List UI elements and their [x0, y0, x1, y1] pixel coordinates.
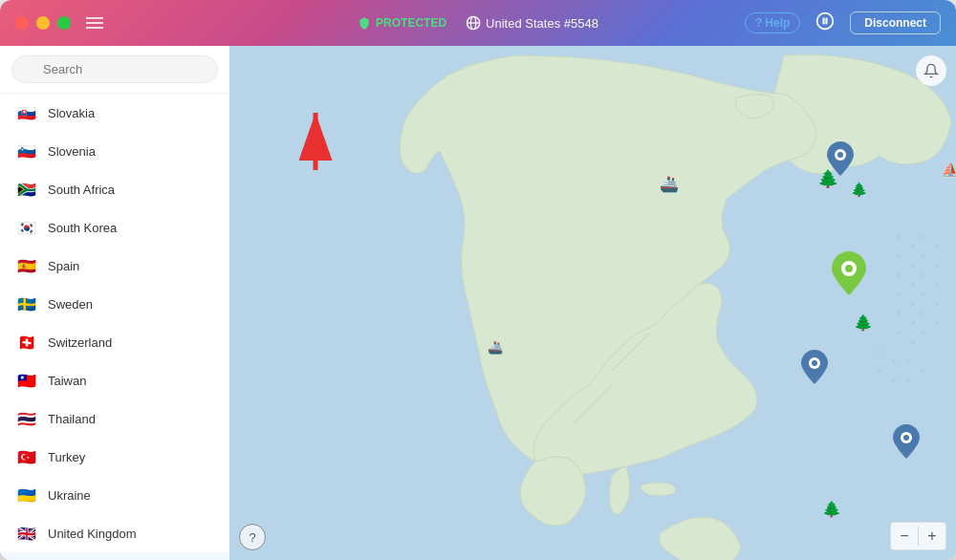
country-item-spain[interactable]: 🇪🇸 Spain — [0, 247, 229, 285]
svg-point-20 — [911, 340, 915, 344]
tree-icon-3: 🌲 — [854, 313, 873, 332]
zoom-plus-icon: + — [927, 528, 936, 545]
help-question-button[interactable]: ? — [239, 524, 266, 550]
disconnect-button[interactable]: Disconnect — [850, 11, 941, 34]
svg-point-13 — [897, 273, 901, 277]
svg-point-14 — [911, 283, 915, 287]
flag-11: 🇬🇧 — [15, 522, 38, 545]
flag-10: 🇺🇦 — [15, 484, 38, 506]
shield-icon — [358, 16, 371, 30]
svg-point-33 — [892, 359, 896, 363]
question-icon: ? — [249, 530, 255, 545]
sidebar: 🔍 🇸🇰 Slovakia 🇸🇮 Slovenia 🇿🇦 South Afric… — [0, 46, 229, 560]
svg-point-35 — [892, 378, 896, 382]
country-name-4: Spain — [48, 259, 79, 273]
country-name-5: Sweden — [48, 297, 93, 312]
country-item-south-africa[interactable]: 🇿🇦 South Africa — [0, 170, 229, 208]
country-item-slovenia[interactable]: 🇸🇮 Slovenia — [0, 132, 229, 170]
flag-2: 🇿🇦 — [15, 178, 38, 201]
server-name: United States #5548 — [466, 15, 598, 31]
svg-point-34 — [878, 369, 881, 373]
country-item-south-korea[interactable]: 🇰🇷 South Korea — [0, 208, 229, 247]
svg-point-11 — [897, 254, 901, 258]
flag-9: 🇹🇷 — [15, 445, 38, 468]
svg-point-44 — [903, 435, 909, 441]
country-name-8: Thailand — [48, 412, 96, 426]
country-item-slovakia[interactable]: 🇸🇰 Slovakia — [0, 94, 229, 132]
svg-point-17 — [897, 312, 901, 315]
country-item-switzerland[interactable]: 🇨🇭 Switzerland — [0, 323, 229, 361]
svg-point-12 — [911, 264, 915, 268]
svg-point-22 — [935, 245, 939, 248]
zoom-controls: − + — [890, 522, 946, 550]
tree-icon-1: 🌲 — [817, 168, 839, 189]
search-input[interactable] — [11, 55, 218, 83]
disconnect-label: Disconnect — [864, 16, 926, 30]
help-label: Help — [765, 16, 790, 30]
close-button[interactable] — [15, 16, 29, 30]
svg-point-3 — [817, 13, 834, 30]
app-window: PROTECTED United States #5548 ? Help — [0, 0, 956, 560]
svg-point-9 — [897, 235, 901, 239]
notification-bell[interactable] — [916, 55, 946, 86]
country-item-sweden[interactable]: 🇸🇪 Sweden — [0, 285, 229, 323]
svg-point-48 — [845, 265, 853, 272]
maximize-button[interactable] — [57, 16, 71, 30]
svg-point-37 — [921, 369, 924, 373]
svg-point-15 — [897, 292, 901, 296]
country-name-7: Taiwan — [48, 374, 86, 388]
search-wrapper: 🔍 — [11, 55, 218, 83]
svg-point-28 — [935, 302, 939, 306]
flag-1: 🇸🇮 — [15, 140, 38, 162]
search-container: 🔍 — [0, 46, 229, 94]
title-bar-center: PROTECTED United States #5548 — [358, 15, 598, 31]
svg-point-16 — [911, 302, 915, 306]
svg-point-25 — [921, 273, 924, 277]
country-item-taiwan[interactable]: 🇹🇼 Taiwan — [0, 361, 229, 399]
svg-point-32 — [878, 350, 881, 354]
title-bar: PROTECTED United States #5548 ? Help — [0, 0, 956, 46]
country-name-0: Slovakia — [48, 106, 95, 120]
help-icon: ? — [755, 16, 762, 30]
country-item-thailand[interactable]: 🇹🇭 Thailand — [0, 399, 229, 438]
map-svg: 🌲 🌲 🌲 🌲 🚢 🚢 ⛵ — [229, 46, 956, 560]
menu-icon[interactable] — [86, 17, 103, 29]
zoom-out-button[interactable]: − — [891, 523, 918, 549]
country-name-3: South Korea — [48, 221, 117, 235]
flag-4: 🇪🇸 — [15, 254, 38, 277]
help-button[interactable]: ? Help — [745, 12, 800, 33]
country-name-9: Turkey — [48, 450, 85, 464]
svg-rect-4 — [823, 18, 825, 25]
country-list: 🇸🇰 Slovakia 🇸🇮 Slovenia 🇿🇦 South Africa … — [0, 94, 229, 560]
title-bar-right: ? Help Disconnect — [745, 11, 941, 34]
country-name-2: South Africa — [48, 183, 115, 197]
traffic-lights — [15, 16, 71, 30]
ship-icon: 🚢 — [488, 339, 504, 355]
globe-icon — [466, 15, 481, 31]
tree-icon-4: 🌲 — [822, 500, 841, 518]
flag-0: 🇸🇰 — [15, 101, 38, 124]
svg-point-29 — [921, 312, 924, 315]
svg-point-27 — [921, 292, 924, 296]
country-name-1: Slovenia — [48, 144, 96, 159]
country-item-united-kingdom[interactable]: 🇬🇧 United Kingdom — [0, 514, 229, 552]
country-item-turkey[interactable]: 🇹🇷 Turkey — [0, 438, 229, 476]
country-item-ukraine[interactable]: 🇺🇦 Ukraine — [0, 476, 229, 514]
country-name-10: Ukraine — [48, 488, 91, 503]
pause-icon — [815, 11, 835, 31]
country-item-united-states[interactable]: 🇺🇸 United States — [0, 552, 229, 560]
svg-point-40 — [837, 152, 843, 158]
server-label: United States #5548 — [486, 16, 598, 31]
flag-5: 🇸🇪 — [15, 292, 38, 315]
flag-8: 🇹🇭 — [15, 407, 38, 430]
svg-point-38 — [906, 378, 910, 382]
submarine-icon: 🚢 — [660, 175, 679, 193]
pause-button[interactable] — [815, 11, 835, 34]
flag-7: 🇹🇼 — [15, 369, 38, 392]
svg-point-18 — [911, 321, 915, 325]
tree-icon-2: 🌲 — [851, 182, 868, 198]
svg-point-31 — [921, 331, 924, 334]
zoom-in-button[interactable]: + — [919, 523, 945, 549]
svg-point-42 — [812, 360, 817, 366]
minimize-button[interactable] — [36, 16, 50, 30]
